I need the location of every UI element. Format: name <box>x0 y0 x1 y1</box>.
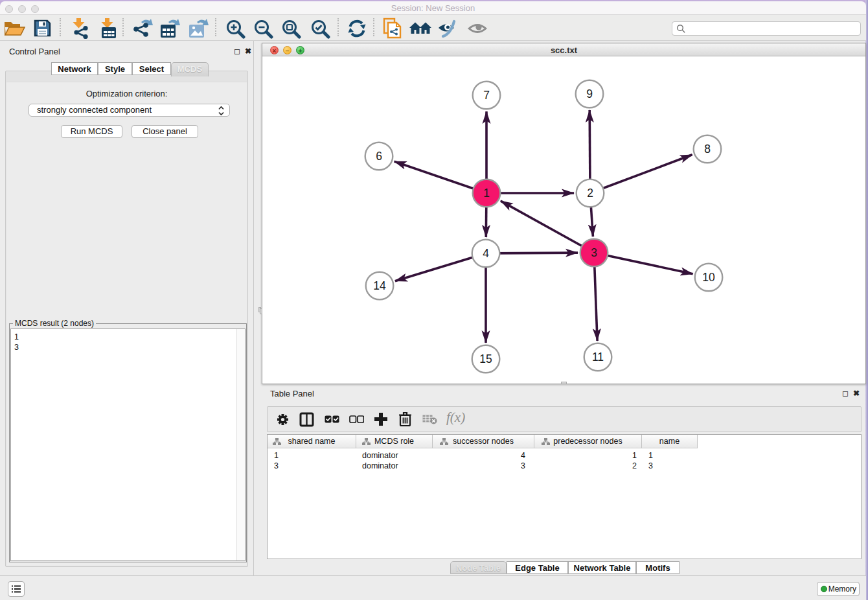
svg-text:3: 3 <box>591 246 597 259</box>
svg-text:11: 11 <box>592 351 604 363</box>
svg-text:6: 6 <box>376 150 382 163</box>
svg-text:15: 15 <box>479 352 492 365</box>
svg-text:8: 8 <box>704 143 711 156</box>
svg-text:7: 7 <box>483 89 490 102</box>
svg-text:9: 9 <box>586 87 593 100</box>
svg-text:2: 2 <box>587 187 593 200</box>
svg-text:10: 10 <box>702 271 715 284</box>
svg-text:1: 1 <box>483 187 490 200</box>
svg-text:14: 14 <box>373 279 386 292</box>
svg-text:4: 4 <box>483 247 489 260</box>
